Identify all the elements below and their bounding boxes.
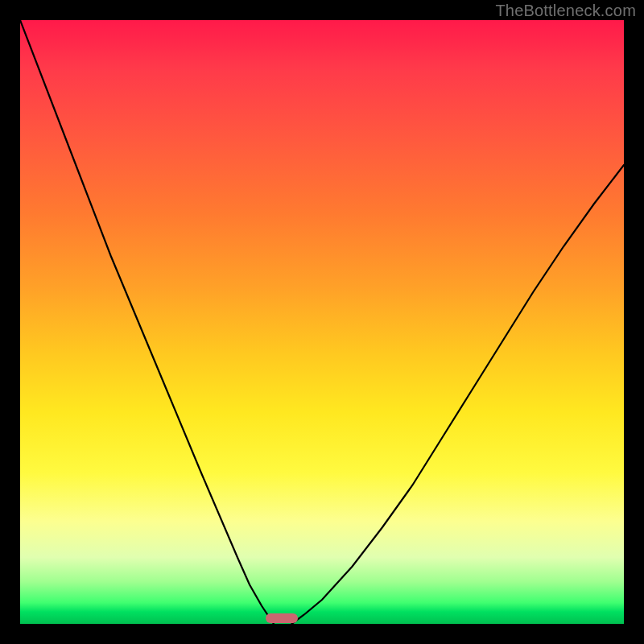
chart-frame: TheBottleneck.com [0, 0, 644, 644]
bottleneck-marker [266, 613, 298, 623]
curve-svg [20, 20, 624, 624]
plot-area [20, 20, 624, 624]
curve-right-branch [292, 165, 625, 624]
watermark-text: TheBottleneck.com [495, 2, 636, 20]
curve-left-branch [20, 20, 274, 624]
